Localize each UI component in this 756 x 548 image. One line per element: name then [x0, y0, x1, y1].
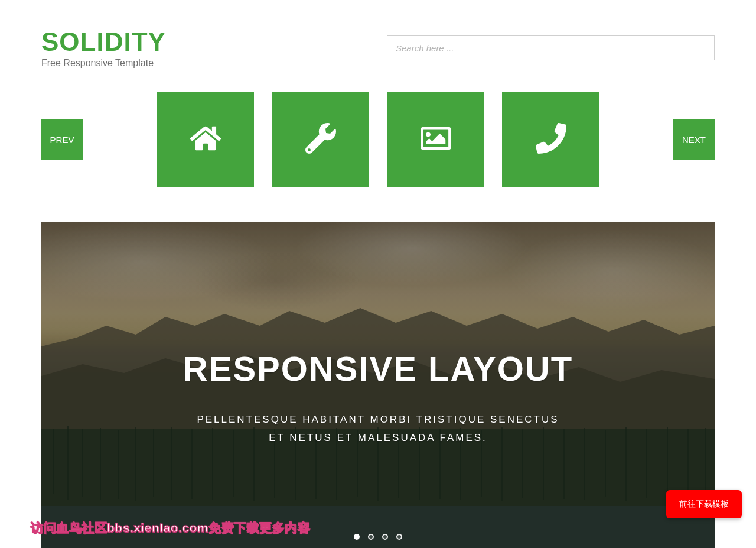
nav-row: PREV NEXT — [41, 92, 715, 187]
hero-line2: ET NETUS ET MALESUADA FAMES. — [269, 432, 487, 443]
search-input[interactable] — [387, 35, 715, 60]
brand-subtitle: Free Responsive Template — [41, 58, 166, 69]
download-template-button[interactable]: 前往下载模板 — [666, 490, 742, 518]
nav-tile-contact[interactable] — [502, 92, 599, 187]
watermark-text: 访问血鸟社区bbs.xienIao.com免费下载更多内容 — [31, 520, 310, 536]
nav-tile-home[interactable] — [157, 92, 254, 187]
home-icon — [190, 123, 221, 156]
hero-content: RESPONSIVE LAYOUT PELLENTESQUE HABITANT … — [41, 349, 715, 447]
brand-title: SOLIDITY — [41, 28, 166, 56]
slider-dot-4[interactable] — [396, 534, 402, 540]
wrench-icon — [305, 123, 336, 156]
header: SOLIDITY Free Responsive Template — [41, 0, 715, 69]
slider-dots — [354, 534, 402, 540]
nav-tile-services[interactable] — [272, 92, 369, 187]
hero-slider: RESPONSIVE LAYOUT PELLENTESQUE HABITANT … — [41, 222, 715, 548]
brand-block: SOLIDITY Free Responsive Template — [41, 28, 166, 69]
phone-icon — [536, 123, 566, 156]
slider-dot-3[interactable] — [382, 534, 388, 540]
nav-tile-gallery[interactable] — [387, 92, 484, 187]
image-icon — [421, 123, 451, 156]
nav-tiles — [157, 92, 599, 187]
hero-subtitle: PELLENTESQUE HABITANT MORBI TRISTIQUE SE… — [41, 411, 715, 447]
hero-line1: PELLENTESQUE HABITANT MORBI TRISTIQUE SE… — [197, 414, 559, 425]
next-button[interactable]: NEXT — [673, 119, 715, 160]
slider-dot-1[interactable] — [354, 534, 360, 540]
prev-button[interactable]: PREV — [41, 119, 83, 160]
slider-dot-2[interactable] — [368, 534, 374, 540]
hero-title: RESPONSIVE LAYOUT — [41, 349, 715, 388]
